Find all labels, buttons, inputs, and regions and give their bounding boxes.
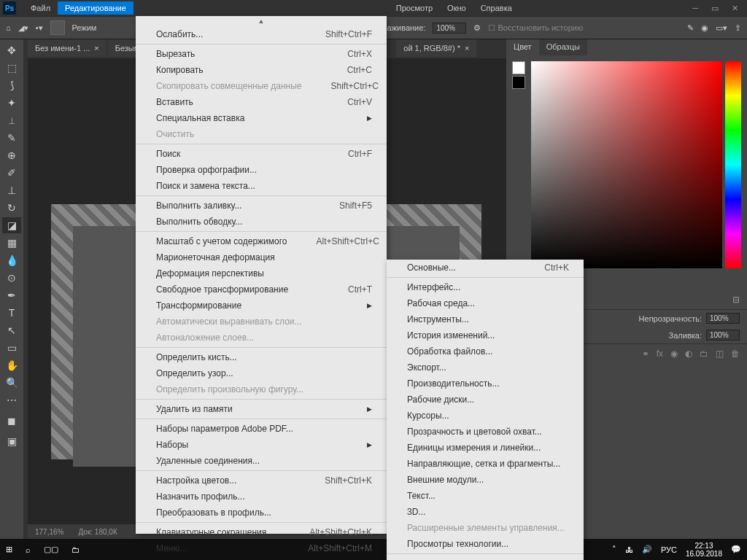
tab-swatches[interactable]: Образцы [539,39,587,55]
menu-item[interactable]: Выполнить заливку...Shift+F5 [136,195,387,214]
menu-item[interactable]: Свободное трансформированиеCtrl+T [136,281,387,298]
stamp-tool[interactable]: ⊥ [2,182,21,198]
restore-history-checkbox[interactable]: ☐ Восстановить историю [488,23,583,33]
menu-item[interactable]: Определить кисть... [136,347,387,365]
tab-color[interactable]: Цвет [506,39,539,55]
search-icon[interactable]: ⌕ [26,545,31,554]
menu-edit[interactable]: Редактирование [58,1,133,15]
fg-swatch[interactable] [512,61,525,74]
clock[interactable]: 22:13 16.09.2018 [686,542,722,558]
lang-indicator[interactable]: РУС [661,545,677,554]
menu-item[interactable]: История изменений... [387,327,584,343]
bg-swatch[interactable] [512,76,525,89]
filter-toggle-icon[interactable]: ⊟ [732,295,740,305]
layer-group-icon[interactable]: 🗀 [700,349,708,359]
network-icon[interactable]: 🖧 [625,545,633,554]
menu-item[interactable]: Удаленные соединения... [136,453,387,469]
menu-help[interactable]: Справка [473,1,519,15]
menu-item[interactable]: Назначить профиль... [136,489,387,505]
link-layers-icon[interactable]: ⚭ [642,349,649,359]
menu-item[interactable]: Рабочие диски... [387,392,584,408]
docked-panels-icon[interactable]: ▭▾ [716,23,727,33]
menu-item[interactable]: Удалить из памяти▶ [136,399,387,417]
menu-item[interactable]: Инструменты... [387,311,584,327]
delete-layer-icon[interactable]: 🗑 [731,349,740,359]
edit-toolbar-icon[interactable]: ⋯ [2,392,21,408]
menu-item[interactable]: Меню...Alt+Shift+Ctrl+M [136,540,387,556]
menu-item[interactable]: Camera Raw... [387,553,584,560]
pen-tool[interactable]: ✒ [2,287,21,303]
start-icon[interactable]: ⊞ [6,545,12,554]
new-layer-icon[interactable]: ◫ [716,349,724,359]
eraser-tool[interactable]: ◪ [2,217,21,233]
quick-select-tool[interactable]: ✦ [2,95,21,111]
hand-tool[interactable]: ✋ [2,357,21,373]
tablet-icon[interactable]: ◉ [701,23,708,33]
taskview-icon[interactable]: ▢▢ [44,545,58,554]
zoom-level[interactable]: 177,16% [35,528,63,536]
close-tab-icon[interactable]: × [465,44,469,52]
rectangle-tool[interactable]: ▭ [2,340,21,356]
menu-item[interactable]: Экспорт... [387,359,584,376]
tool-preset-icon[interactable]: ◢▾ [18,23,28,33]
history-brush-tool[interactable]: ↻ [2,200,21,216]
smoothing-input[interactable] [433,23,466,34]
menu-item[interactable]: 3D... [387,504,584,520]
notifications-icon[interactable]: 💬 [731,545,741,554]
menu-item[interactable]: Деформация перспективы [136,265,387,281]
layer-mask-icon[interactable]: ◉ [670,349,678,359]
menu-item[interactable]: Выполнить обводку... [136,214,387,230]
pressure-icon[interactable]: ✎ [687,23,694,33]
menu-item[interactable]: Ослабить...Shift+Ctrl+F [136,26,387,42]
foreground-background-swatch[interactable]: ◼ [2,410,21,432]
color-field[interactable] [531,61,722,268]
menu-view[interactable]: Просмотр [389,1,440,15]
menu-item[interactable]: Панель инструментов... [136,556,387,560]
fill-input[interactable] [706,330,740,341]
menu-item[interactable]: Клавиатурные сокращения...Alt+Shift+Ctrl… [136,522,387,540]
menu-item[interactable]: Наборы параметров Adobe PDF... [136,419,387,437]
crop-tool[interactable]: ⟂ [2,112,21,128]
path-select-tool[interactable]: ↖ [2,322,21,338]
menu-window[interactable]: Окно [440,1,473,15]
close-tab-icon[interactable]: × [94,44,98,52]
layer-fx-icon[interactable]: fx [657,349,663,359]
menu-item[interactable]: Масштаб с учетом содержимогоAlt+Shift+Ct… [136,231,387,249]
move-tool[interactable]: ✥ [2,42,21,58]
zoom-tool[interactable]: 🔍 [2,375,21,391]
fg-bg-swatches[interactable] [512,61,525,268]
marquee-tool[interactable]: ⬚ [2,60,21,76]
menu-item[interactable]: Преобразовать в профиль... [136,505,387,521]
menu-item[interactable]: КопироватьCtrl+C [136,62,387,78]
scroll-up-icon[interactable]: ▲ [136,16,387,26]
minimize-icon[interactable]: ─ [692,4,698,13]
smoothing-gear-icon[interactable]: ⚙ [473,23,481,33]
opacity-input[interactable] [706,313,740,324]
menu-item[interactable]: Поиск и замена текста... [136,178,387,194]
menu-item[interactable]: Производительность... [387,376,584,392]
menu-item[interactable]: Единицы измерения и линейки... [387,440,584,456]
adjustment-layer-icon[interactable]: ◐ [685,349,692,359]
quick-mask-icon[interactable]: ▣ [2,433,21,449]
menu-item[interactable]: Прозрачность и цветовой охват... [387,424,584,440]
menu-item[interactable]: Интерфейс... [387,277,584,295]
blur-tool[interactable]: 💧 [2,252,21,268]
menu-file[interactable]: Файл [23,1,58,15]
explorer-icon[interactable]: 🗀 [71,545,80,554]
menu-item[interactable]: Проверка орфографии... [136,162,387,178]
type-tool[interactable]: T [2,305,21,321]
menu-item[interactable]: Внешние модули... [387,472,584,488]
maximize-icon[interactable]: ▭ [711,4,719,13]
menu-item[interactable]: Текст... [387,488,584,504]
menu-item[interactable]: Основные...Ctrl+K [387,260,584,276]
menu-item[interactable]: Марионеточная деформация [136,249,387,265]
share-icon[interactable]: ⇪ [735,23,741,33]
dodge-tool[interactable]: ⊙ [2,270,21,286]
tray-up-icon[interactable]: ˄ [612,545,616,554]
menu-item[interactable]: Рабочая среда... [387,295,584,311]
hue-slider[interactable] [725,61,741,268]
doc-info[interactable]: Док: 180,0К [78,528,117,536]
menu-item[interactable]: Настройка цветов...Shift+Ctrl+K [136,470,387,489]
doc-tab-1[interactable]: Без имени-1 ...× [28,39,107,57]
menu-item[interactable]: Просмотры технологии... [387,536,584,552]
